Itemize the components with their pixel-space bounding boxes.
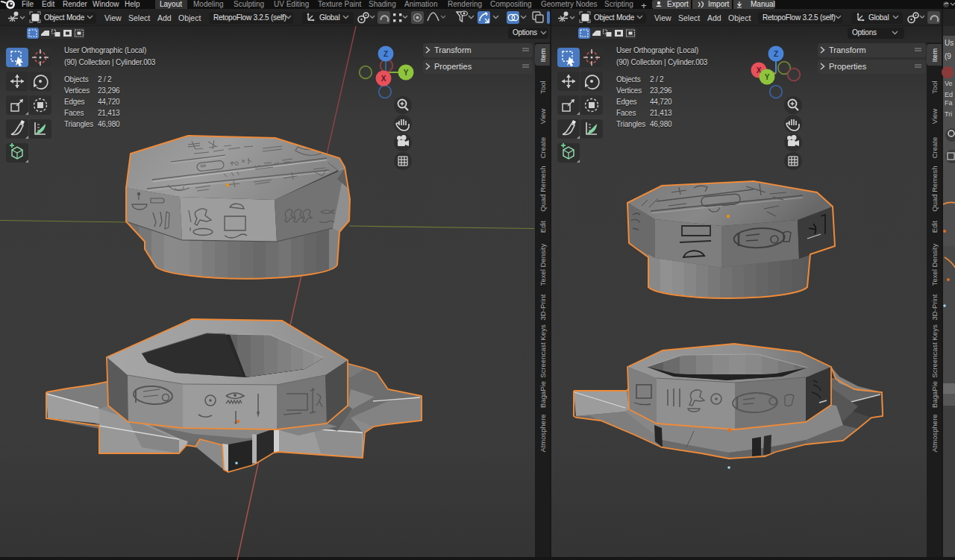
svg-text:Fa: Fa [945,99,953,107]
svg-text:Z: Z [383,50,388,58]
svg-text:X: X [381,75,386,83]
svg-text:Z: Z [774,50,778,58]
svg-text:Ed: Ed [945,91,953,98]
svg-text:Y: Y [404,69,409,77]
svg-text:Us: Us [945,39,954,47]
svg-text:(9: (9 [945,52,951,60]
svg-text:Ve: Ve [945,80,953,87]
svg-text:Tri: Tri [945,110,952,118]
svg-text:Y: Y [765,73,770,81]
